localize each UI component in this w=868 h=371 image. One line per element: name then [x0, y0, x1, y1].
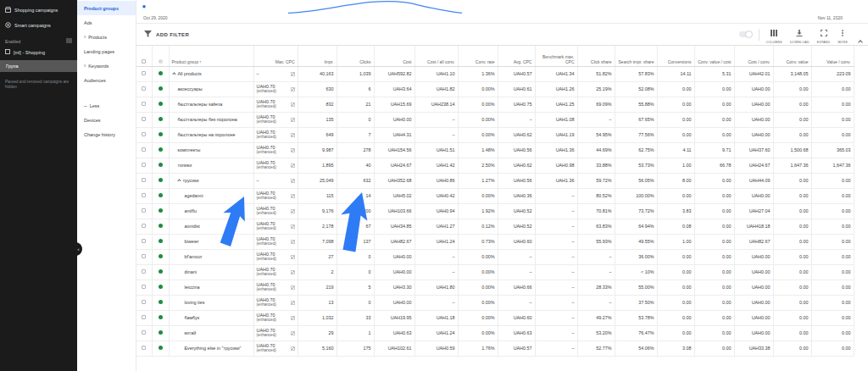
sidebar-item-smart-campaigns[interactable]: Smart campaigns — [0, 18, 77, 33]
product-group-name[interactable]: bf'amour — [185, 254, 203, 259]
edit-pencil-icon[interactable] — [291, 118, 295, 122]
column-header-cost[interactable]: Cost — [374, 46, 415, 66]
edit-pencil-icon[interactable] — [291, 179, 295, 183]
more-button[interactable]: MORE — [837, 25, 848, 45]
edit-pencil-icon[interactable] — [291, 224, 295, 229]
row-checkbox[interactable] — [142, 147, 146, 152]
row-checkbox[interactable] — [142, 117, 146, 121]
adgroup-item-selected[interactable]: Група — [0, 60, 77, 72]
edit-pencil-icon[interactable] — [291, 285, 295, 290]
edit-pencil-icon[interactable] — [291, 316, 295, 320]
row-checkbox[interactable] — [142, 178, 146, 182]
column-header-cost-conv[interactable]: Cost / conv. — [734, 46, 773, 66]
status-enabled-dot[interactable] — [159, 269, 163, 274]
column-header-benchmark-max-cpc[interactable]: Benchmark max. CPC — [535, 46, 577, 66]
edit-pencil-icon[interactable] — [291, 163, 295, 168]
row-checkbox[interactable] — [142, 193, 146, 197]
row-checkbox[interactable] — [142, 71, 146, 75]
column-header-conv-value[interactable]: Conv. value — [773, 46, 811, 66]
product-group-name[interactable]: Everything else in "трусики" — [185, 346, 242, 351]
collapse-row-icon[interactable] — [172, 72, 175, 75]
columns-button[interactable]: COLUMNS — [766, 25, 782, 45]
product-group-name[interactable]: трусики — [183, 178, 199, 183]
edit-pencil-icon[interactable] — [291, 331, 295, 335]
column-header-avg-cpc[interactable]: Avg. CPC — [498, 46, 535, 66]
status-enabled-dot[interactable] — [159, 147, 163, 152]
row-checkbox[interactable] — [142, 208, 146, 213]
collapse-row-icon[interactable] — [177, 179, 181, 182]
edit-pencil-icon[interactable] — [291, 255, 295, 259]
add-filter-button[interactable]: ADD FILTER — [144, 30, 189, 38]
nav-item-ads[interactable]: Ads — [77, 15, 136, 30]
column-header-conv-value-cost[interactable]: Conv. value / cost — [694, 46, 734, 66]
product-group-name[interactable]: китай — [185, 330, 197, 335]
campaign-item-ml-shopping[interactable]: [ml] - Shopping — [0, 46, 77, 58]
status-enabled-dot[interactable] — [159, 330, 163, 335]
nav-item-products[interactable]: ›Products — [77, 30, 136, 44]
row-checkbox[interactable] — [142, 269, 146, 274]
edit-pencil-icon[interactable] — [291, 346, 295, 351]
nav-item-audiences[interactable]: Audiences — [77, 73, 136, 87]
status-enabled-dot[interactable] — [159, 239, 163, 243]
column-header-cost-all-conv[interactable]: Cost / all conv. — [415, 46, 458, 66]
download-button[interactable]: DOWNLOAD — [790, 25, 810, 45]
tune-filter-icon[interactable] — [66, 38, 72, 44]
product-group-name[interactable]: бюстгальтеры без поролона — [178, 117, 237, 122]
row-checkbox[interactable] — [142, 102, 146, 106]
edit-pencil-icon[interactable] — [291, 301, 295, 305]
product-group-name[interactable]: agedanni — [185, 193, 203, 198]
status-enabled-dot[interactable] — [159, 254, 163, 258]
status-enabled-dot[interactable] — [159, 163, 163, 167]
row-checkbox[interactable] — [142, 224, 146, 228]
row-checkbox[interactable] — [142, 330, 146, 335]
column-header-impr[interactable]: Impr. — [298, 46, 337, 66]
status-enabled-dot[interactable] — [159, 315, 163, 319]
column-header-max-cpc[interactable]: Max. CPC — [253, 46, 298, 66]
product-group-name[interactable]: топики — [178, 163, 192, 168]
column-header-search-impr-share[interactable]: Search impr. share — [615, 46, 657, 66]
column-header-conversions[interactable]: Conversions — [657, 46, 694, 66]
product-group-name[interactable]: бюстгальтеры safena — [178, 102, 223, 107]
status-enabled-dot[interactable] — [159, 193, 163, 197]
edit-pencil-icon[interactable] — [291, 209, 295, 213]
collapse-panel-button[interactable] — [859, 32, 862, 47]
row-checkbox[interactable] — [142, 300, 146, 304]
status-enabled-dot[interactable] — [159, 224, 163, 228]
status-enabled-dot[interactable] — [159, 346, 163, 350]
edit-pencil-icon[interactable] — [291, 270, 295, 274]
status-enabled-dot[interactable] — [159, 300, 163, 304]
table-toggle-switch[interactable] — [739, 31, 752, 37]
status-enabled-dot[interactable] — [159, 208, 163, 213]
row-checkbox[interactable] — [142, 346, 146, 350]
product-group-name[interactable]: leiccina — [185, 285, 200, 290]
edit-pencil-icon[interactable] — [291, 133, 295, 137]
status-enabled-dot[interactable] — [159, 285, 163, 289]
product-group-name[interactable]: аксессуары — [178, 86, 203, 91]
status-enabled-dot[interactable] — [159, 86, 163, 91]
sidebar-item-shopping-campaigns[interactable]: Shopping campaigns — [0, 3, 77, 18]
row-checkbox[interactable] — [142, 315, 146, 319]
product-group-name[interactable]: loving ties — [185, 300, 205, 305]
nav-item-less[interactable]: –Less — [77, 98, 136, 113]
row-checkbox[interactable] — [142, 163, 146, 167]
status-enabled-dot[interactable] — [159, 117, 163, 121]
edit-pencil-icon[interactable] — [291, 240, 295, 244]
row-checkbox[interactable] — [142, 132, 146, 136]
product-group-name[interactable]: antiflu — [185, 208, 197, 213]
product-group-name[interactable]: biweier — [185, 239, 199, 244]
column-header-value-conv[interactable]: Value / conv. — [811, 46, 854, 66]
product-group-name[interactable]: комплекты — [178, 147, 201, 152]
product-group-name[interactable]: aonidisi — [185, 224, 200, 229]
status-enabled-dot[interactable] — [159, 178, 163, 182]
select-all-checkbox[interactable] — [142, 59, 146, 64]
nav-item-landing-pages[interactable]: Landing pages — [77, 44, 136, 58]
edit-pencil-icon[interactable] — [291, 87, 295, 91]
column-header-conv-rate[interactable]: Conv. rate — [458, 46, 498, 66]
row-checkbox[interactable] — [142, 285, 146, 289]
column-header-product-group[interactable]: Product group↑ — [169, 46, 253, 66]
nav-item-keywords[interactable]: ›Keywords — [77, 58, 136, 73]
product-group-name[interactable]: бамбук — [185, 315, 200, 320]
product-group-name[interactable]: dinani — [185, 269, 197, 274]
nav-item-product-groups[interactable]: Product groups — [77, 1, 136, 15]
column-header-clicks[interactable]: Clicks — [337, 46, 374, 66]
